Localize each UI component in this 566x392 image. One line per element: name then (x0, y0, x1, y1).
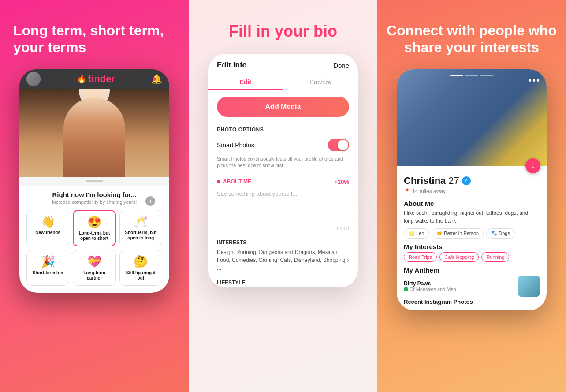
option-label-long-term-open: Long-term, but open to short (76, 231, 112, 241)
about-me-label: ABOUT ME (223, 179, 251, 185)
verified-badge: ✓ (462, 176, 471, 185)
option-emoji-long-term-open: 😍 (87, 215, 101, 229)
edit-preview-tabs: Edit Preview (208, 75, 358, 90)
anthem-title: My Anthem (404, 266, 540, 274)
interest-tags: Road Trips Cafe Hopping Running (404, 252, 540, 262)
notification-bell[interactable]: 🔔 (151, 74, 162, 84)
panel-1-title: Long term, short term, your terms (13, 22, 164, 56)
tag-dogs[interactable]: 🐾 Dogs (486, 228, 515, 239)
lifestyle-label: LIFESTYLE (208, 275, 358, 287)
option-label-long-term-partner: Long-term partner (76, 270, 112, 281)
spotify-icon (404, 287, 408, 291)
interests-text: Design, Running, Dungeons and Dragons, M… (217, 248, 347, 272)
interests-section-title: My Interests (404, 243, 540, 250)
option-emoji-short-term-fun: 🎉 (41, 255, 55, 269)
smart-photos-toggle[interactable] (328, 139, 349, 151)
interest-cafe-hopping[interactable]: Cafe Hopping (439, 252, 479, 262)
tinder-logo-area: 🔥 tinder (41, 73, 151, 85)
tinder-logo: tinder (88, 73, 115, 85)
photo-options-label: PHOTO OPTIONS (208, 123, 358, 135)
option-label-still-figuring: Still figuring it out (123, 270, 159, 281)
option-label-short-term-open: Short-term, but open to long (123, 230, 159, 241)
chevron-right-icon: › (347, 256, 349, 264)
interest-road-trips[interactable]: Road Trips (404, 252, 437, 262)
option-long-term-partner[interactable]: 💝 Long-term partner (73, 250, 115, 286)
photo-dot-1 (450, 75, 463, 76)
tag-leo[interactable]: ♌ Leo (404, 228, 429, 239)
looking-for-sub: Increase compatibility by sharing yours! (26, 199, 162, 205)
panel-1: Long term, short term, your terms 🔥 tind… (0, 0, 189, 392)
photo-dot-3 (480, 75, 493, 76)
option-label-new-friends: New friends (35, 230, 60, 235)
interests-row[interactable]: Design, Running, Dungeons and Dragons, M… (217, 248, 349, 272)
paw-icon: 🐾 (491, 231, 497, 236)
option-short-term-open[interactable]: 🥂 Short-term, but open to long (119, 210, 162, 246)
scroll-pill (86, 180, 103, 182)
option-emoji-new-friends: 👋 (41, 215, 55, 228)
phone-mockup-3: ••• ↓ Christina 27 ✓ 📍 14 miles away Abo… (397, 69, 547, 310)
anthem-song: Dirty Paws (404, 280, 518, 287)
phone-mockup-2: Edit Info Done Edit Preview Add Media PH… (208, 54, 358, 287)
smart-photos-desc: Smart Photos continuously tests all your… (208, 155, 358, 174)
leo-label: Leo (416, 231, 424, 236)
option-still-figuring[interactable]: 🤔 Still figuring it out (119, 250, 162, 286)
anthem-artist-row: Of Monsters and Men (404, 287, 518, 292)
download-button[interactable]: ↓ (525, 158, 540, 173)
dogs-label: Dogs (499, 231, 510, 236)
interests-section-profile: My Interests Road Trips Cafe Hopping Run… (404, 243, 540, 262)
interest-running[interactable]: Running (481, 252, 509, 262)
option-long-term-open[interactable]: 😍 Long-term, but open to short (73, 210, 115, 246)
tab-edit[interactable]: Edit (208, 75, 283, 90)
options-grid: 👋 New friends 😍 Long-term, but open to s… (26, 210, 162, 286)
done-button[interactable]: Done (333, 62, 349, 69)
tab-preview[interactable]: Preview (283, 75, 358, 90)
profile-age: 27 (448, 175, 459, 187)
about-me-section-title: About Me (404, 200, 540, 207)
anthem-info: Dirty Paws Of Monsters and Men (404, 280, 518, 292)
panel-3: Connect with people who share your inter… (377, 0, 566, 392)
toggle-knob (338, 140, 348, 150)
avatar (26, 72, 41, 86)
add-media-button[interactable]: Add Media (217, 97, 349, 117)
option-short-term-fun[interactable]: 🎉 Short-term fun (26, 250, 69, 286)
panel-2-title: Fill in your bio (229, 22, 337, 41)
about-section: About Me I like sushi, paragliding, nigh… (404, 200, 540, 239)
tag-better-in-person[interactable]: 🤝 Better in Person (432, 228, 484, 239)
option-new-friends[interactable]: 👋 New friends (26, 210, 69, 246)
looking-for-container: Right now I'm looking for... Increase co… (26, 191, 162, 205)
leo-icon: ♌ (409, 231, 415, 236)
about-me-textarea[interactable]: Say something about yourself... (217, 189, 349, 224)
distance-row: 📍 14 miles away (404, 188, 540, 194)
anthem-section: Dirty Paws Of Monsters and Men (404, 276, 540, 297)
tags-row: ♌ Leo 🤝 Better in Person 🐾 Dogs (404, 228, 540, 239)
distance-text: 14 miles away (412, 188, 446, 194)
profile-photo-area: ••• ↓ (397, 69, 547, 166)
photo-indicators (450, 75, 493, 76)
smart-photos-label: Smart Photos (217, 142, 254, 149)
option-label-short-term-fun: Short-term fun (33, 270, 63, 276)
char-count: 0/300 (208, 226, 358, 235)
edit-info-header: Edit Info Done (208, 54, 358, 70)
percent-badge: +20% (334, 179, 349, 185)
looking-for-header: Right now I'm looking for... (26, 191, 162, 198)
anthem-section-container: My Anthem Dirty Paws Of Monsters and Men (404, 266, 540, 297)
pin-icon: 📍 (404, 188, 410, 194)
profile-photo: RED CAPS (19, 89, 169, 177)
edit-info-title: Edit Info (217, 61, 247, 70)
about-me-text: I like sushi, paragliding, nights out, t… (404, 209, 540, 225)
handshake-icon: 🤝 (436, 231, 443, 236)
better-in-person-label: Better in Person (444, 231, 479, 236)
phone-mockup-1: 🔥 tinder 🔔 RED CAPS Right now I'm lookin… (19, 69, 169, 293)
three-dots-menu[interactable]: ••• (529, 75, 540, 86)
info-button[interactable]: i (145, 196, 155, 206)
person-silhouette (63, 97, 125, 177)
notification-dot (153, 77, 156, 81)
interests-section: INTERESTS Design, Running, Dungeons and … (208, 235, 358, 275)
photo-dot-2 (465, 75, 478, 76)
phone-bottom-section: Right now I'm looking for... Increase co… (19, 186, 169, 293)
smart-photos-row: Smart Photos (208, 135, 358, 155)
about-me-dot (217, 180, 220, 183)
anthem-artist-text: Of Monsters and Men (410, 287, 456, 292)
profile-name-row: Christina 27 ✓ (404, 175, 540, 187)
tinder-flame-icon: 🔥 (77, 74, 86, 84)
